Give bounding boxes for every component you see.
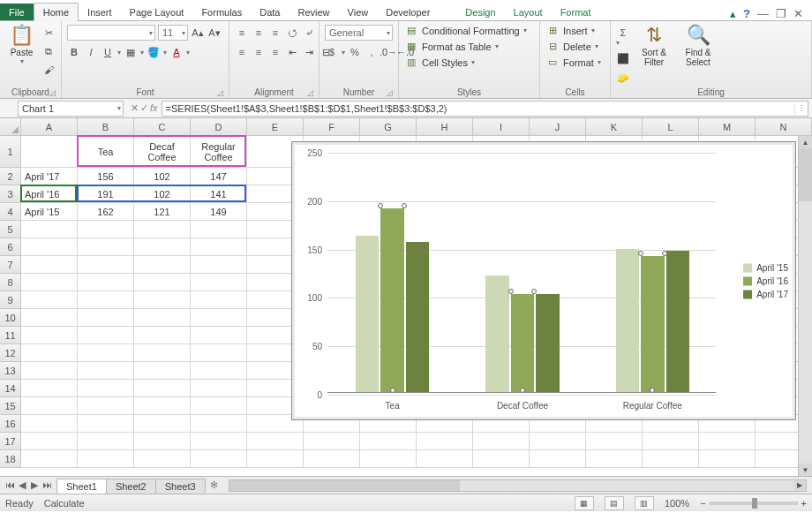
cell-C13[interactable] xyxy=(134,362,191,380)
cell-D4[interactable]: 149 xyxy=(191,203,247,221)
format-painter-icon[interactable]: 🖌 xyxy=(41,62,56,78)
cell-C10[interactable] xyxy=(134,309,191,327)
zoom-slider[interactable] xyxy=(710,502,798,505)
cell-D17[interactable] xyxy=(191,433,247,450)
bar-Regular-Coffee-April-'16[interactable] xyxy=(641,256,665,393)
col-header-D[interactable]: D xyxy=(191,118,247,136)
percent-icon[interactable]: % xyxy=(348,44,362,60)
tab-developer[interactable]: Developer xyxy=(377,4,439,20)
italic-icon[interactable]: I xyxy=(84,44,98,60)
grow-font-icon[interactable]: A▴ xyxy=(191,25,205,41)
formula-input[interactable]: =SERIES(Sheet1!$A$3,Sheet1!$B$1:$D$1,She… xyxy=(162,101,794,117)
cell-A11[interactable] xyxy=(21,327,78,344)
cell-D7[interactable] xyxy=(191,256,247,274)
tab-file[interactable]: File xyxy=(0,4,34,20)
cell-B5[interactable] xyxy=(78,221,134,238)
number-format-combo[interactable]: General xyxy=(325,25,393,41)
cell-I17[interactable] xyxy=(473,433,530,450)
cell-C17[interactable] xyxy=(134,433,191,450)
row-header-9[interactable]: 9 xyxy=(0,291,21,309)
find-select-button[interactable]: 🔍Find & Select xyxy=(678,25,718,67)
bar-Regular-Coffee-April-'17[interactable] xyxy=(666,251,690,393)
cell-B2[interactable]: 156 xyxy=(78,168,134,185)
cell-K18[interactable] xyxy=(586,450,643,468)
inc-decimal-icon[interactable]: .0→ xyxy=(381,44,395,60)
cell-D16[interactable] xyxy=(191,415,247,433)
cell-D15[interactable] xyxy=(191,397,247,415)
bar-Tea-April-'15[interactable] xyxy=(356,236,380,393)
expand-formula-bar-icon[interactable]: ⋮ xyxy=(794,101,808,117)
align-middle-icon[interactable]: ≡ xyxy=(252,25,266,41)
cell-B11[interactable] xyxy=(78,327,134,344)
zoom-level[interactable]: 100% xyxy=(665,498,689,509)
cell-C8[interactable] xyxy=(134,274,191,291)
cell-A8[interactable] xyxy=(21,274,78,291)
row-header-14[interactable]: 14 xyxy=(0,380,21,397)
cell-B1[interactable]: Tea xyxy=(78,136,134,168)
cell-D8[interactable] xyxy=(191,274,247,291)
view-normal-icon[interactable]: ▦ xyxy=(575,496,594,510)
cell-C4[interactable]: 121 xyxy=(134,203,191,221)
cell-D3[interactable]: 141 xyxy=(191,185,247,203)
cell-B3[interactable]: 191 xyxy=(78,185,134,203)
cell-B7[interactable] xyxy=(78,256,134,274)
underline-icon[interactable]: U xyxy=(101,44,115,60)
cell-D18[interactable] xyxy=(191,450,247,468)
cell-B12[interactable] xyxy=(78,344,134,362)
name-box[interactable]: Chart 1 xyxy=(18,101,124,117)
font-family-combo[interactable] xyxy=(67,25,155,41)
font-size-combo[interactable]: 11 xyxy=(158,25,188,41)
row-header-7[interactable]: 7 xyxy=(0,256,21,274)
sheet-tab-3[interactable]: Sheet3 xyxy=(155,479,206,494)
row-header-8[interactable]: 8 xyxy=(0,274,21,291)
tab-design[interactable]: Design xyxy=(456,4,504,20)
row-header-13[interactable]: 13 xyxy=(0,362,21,380)
cell-A4[interactable]: April '15 xyxy=(21,203,78,221)
comma-icon[interactable]: , xyxy=(365,44,379,60)
hscroll-thumb[interactable] xyxy=(229,480,460,491)
vscroll-thumb[interactable] xyxy=(799,148,812,201)
cell-G17[interactable] xyxy=(360,433,417,450)
legend-item[interactable]: April '16 xyxy=(743,276,788,286)
legend-item[interactable]: April '17 xyxy=(743,290,788,299)
cell-A14[interactable] xyxy=(21,380,78,397)
cell-D11[interactable] xyxy=(191,327,247,344)
vertical-scrollbar[interactable]: ▲ ▼ xyxy=(798,136,812,476)
clipboard-dialog-icon[interactable]: ◿ xyxy=(49,88,56,97)
cell-K17[interactable] xyxy=(586,433,643,450)
legend-item[interactable]: April '15 xyxy=(743,263,788,273)
row-header-18[interactable]: 18 xyxy=(0,450,21,468)
cell-B8[interactable] xyxy=(78,274,134,291)
status-calc[interactable]: Calculate xyxy=(44,498,85,509)
cell-A15[interactable] xyxy=(21,397,78,415)
row-header-15[interactable]: 15 xyxy=(0,397,21,415)
row-header-4[interactable]: 4 xyxy=(0,203,21,221)
clear-icon[interactable]: 🧽 xyxy=(616,70,630,86)
col-header-J[interactable]: J xyxy=(530,118,586,136)
cell-D6[interactable] xyxy=(191,238,247,256)
tab-page-layout[interactable]: Page Layout xyxy=(121,4,193,20)
sheet-nav-last-icon[interactable]: ⏭ xyxy=(41,479,53,491)
cell-L18[interactable] xyxy=(643,450,699,468)
row-header-3[interactable]: 3 xyxy=(0,185,21,203)
indent-inc-icon[interactable]: ⇥ xyxy=(302,44,316,60)
cell-B10[interactable] xyxy=(78,309,134,327)
cell-B13[interactable] xyxy=(78,362,134,380)
indent-dec-icon[interactable]: ⇤ xyxy=(285,44,299,60)
cell-D5[interactable] xyxy=(191,221,247,238)
cell-E17[interactable] xyxy=(247,433,304,450)
tab-home[interactable]: Home xyxy=(34,3,79,21)
cancel-formula-icon[interactable]: ✕ xyxy=(131,102,139,114)
format-as-table-button[interactable]: ▦Format as Table▾ xyxy=(404,41,527,52)
cell-A16[interactable] xyxy=(21,415,78,433)
scroll-right-icon[interactable]: ▶ xyxy=(793,480,806,491)
cell-M18[interactable] xyxy=(699,450,756,468)
cell-C1[interactable]: Decaf Coffee xyxy=(134,136,191,168)
cell-I18[interactable] xyxy=(473,450,530,468)
col-header-I[interactable]: I xyxy=(473,118,530,136)
copy-icon[interactable]: ⧉ xyxy=(41,43,56,59)
border-icon[interactable]: ▦ xyxy=(124,44,138,60)
cell-A7[interactable] xyxy=(21,256,78,274)
view-page-break-icon[interactable]: ▥ xyxy=(635,496,654,510)
align-top-icon[interactable]: ≡ xyxy=(235,25,249,41)
